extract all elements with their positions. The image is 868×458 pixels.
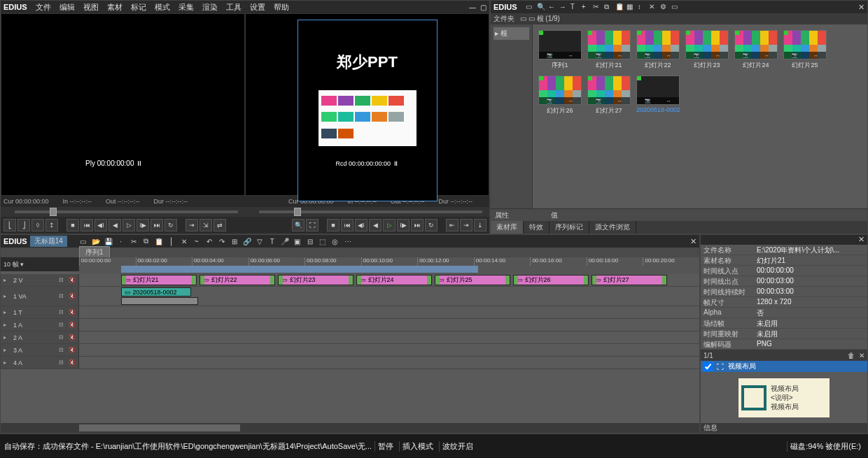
ins-mode-icon[interactable]: ⬚	[318, 236, 328, 246]
overwrite-button[interactable]: ⇲	[200, 219, 212, 231]
bin-clip[interactable]: 📷↔幻灯片23	[685, 30, 729, 70]
track-body[interactable]: ▭ 20200518-0002	[79, 287, 699, 306]
timeline-clip[interactable]: ▭ 幻灯片26	[513, 275, 589, 285]
bin-folder-tree[interactable]: ▸ 根	[491, 24, 533, 208]
fx-close-icon[interactable]: ✕	[859, 352, 864, 359]
view-icon[interactable]: ▦	[626, 3, 635, 11]
menu-view[interactable]: 视图	[83, 2, 99, 13]
fx-enable-checkbox[interactable]	[704, 362, 713, 371]
menu-clip[interactable]: 素材	[107, 2, 122, 13]
search-icon[interactable]: 🔍	[537, 3, 545, 11]
play-button[interactable]: ▷	[122, 219, 135, 231]
search-icon[interactable]: 🔍	[292, 219, 304, 231]
more-icon[interactable]: ⋯	[343, 236, 353, 246]
menu-mode[interactable]: 模式	[155, 2, 170, 13]
rec-rewind-button[interactable]: ⏮	[341, 219, 354, 231]
timeline-clip[interactable]: ▭ 幻灯片24	[356, 275, 432, 285]
bin-close-icon[interactable]: ✕	[858, 3, 864, 12]
menu-file[interactable]: 文件	[36, 2, 51, 13]
marker-add-icon[interactable]: ▽	[255, 236, 265, 246]
lift-icon[interactable]: ↥	[46, 219, 58, 231]
timeline-clip[interactable]: ▭ 幻灯片22	[200, 275, 275, 285]
title-icon[interactable]: T	[267, 236, 277, 246]
fx-card[interactable]: 视频布局 <说明> 视频布局	[738, 378, 830, 417]
track-header[interactable]: ▸1 VA⊟🔇	[1, 287, 79, 306]
export-button[interactable]: ⤓	[474, 219, 486, 231]
ripple-icon[interactable]: ~	[192, 236, 202, 246]
menu-tools[interactable]: 工具	[226, 2, 241, 13]
rec-step-back-button[interactable]: ◀I	[355, 219, 368, 231]
redo-icon[interactable]: ↷	[217, 236, 227, 246]
bin-tab[interactable]: 素材库	[491, 221, 524, 234]
menu-render[interactable]: 渲染	[202, 2, 218, 13]
add-icon[interactable]: +	[582, 3, 590, 11]
insert-button[interactable]: ⇥	[186, 219, 198, 231]
text-icon[interactable]: T	[570, 3, 579, 11]
folder-icon[interactable]: ▭	[526, 3, 534, 11]
maximize-icon[interactable]: ▢	[480, 3, 486, 11]
rec-play-button[interactable]: ▷	[383, 219, 396, 231]
link-icon[interactable]: 🔗	[242, 236, 252, 246]
copy-icon[interactable]: ⧉	[141, 236, 151, 246]
track-header[interactable]: ▸4 A⊟🔇	[1, 357, 79, 368]
rewind-button[interactable]: ⏮	[80, 219, 93, 231]
track-header[interactable]: ▸2 V⊟🔇	[1, 274, 79, 286]
timeline-scrollbar[interactable]	[1, 423, 699, 433]
next-edit-button[interactable]: ⇥	[460, 219, 472, 231]
play-back-button[interactable]: ◀	[108, 219, 121, 231]
track-header[interactable]: ▸3 A⊟🔇	[1, 344, 79, 356]
props-icon[interactable]: ⚙	[660, 3, 668, 11]
menu-capture[interactable]: 采集	[178, 2, 194, 13]
track-header[interactable]: ▸1 A⊟🔇	[1, 319, 79, 331]
cut-icon[interactable]: ✂	[593, 3, 601, 11]
timeline-ruler[interactable]: 00:00:00:0000:00:02:0000:00:04:0000:00:0…	[79, 257, 699, 274]
info-close-icon[interactable]: ✕	[858, 235, 864, 245]
gear-icon[interactable]: ✕	[649, 3, 657, 11]
src-scrubber[interactable]	[1, 207, 245, 217]
record-monitor[interactable]: 郑少PPT Rcd 00:00:00:00:00 ⏸	[245, 13, 489, 196]
bin-tab[interactable]: 序列标记	[550, 221, 589, 234]
rec-scrubber[interactable]	[245, 207, 489, 217]
timeline-clip[interactable]: ▭ 幻灯片23	[278, 275, 354, 285]
arrow-right-icon[interactable]: →	[559, 3, 568, 11]
open-icon[interactable]: 📂	[91, 236, 101, 246]
track-body[interactable]	[79, 306, 699, 318]
bin-tab[interactable]: 特效	[524, 221, 550, 234]
arrow-left-icon[interactable]: ←	[548, 3, 556, 11]
bin-clip[interactable]: 📷↔幻灯片24	[734, 30, 778, 70]
bin-clip[interactable]: 📷↔20200518-0002	[636, 76, 680, 115]
bin-tab[interactable]: 源文件浏览	[589, 221, 636, 234]
track-header[interactable]: ▸2 A⊟🔇	[1, 331, 79, 343]
timeline-audio-clip[interactable]	[121, 297, 198, 305]
ffwd-button[interactable]: ⏭	[150, 219, 163, 231]
track-body[interactable]	[79, 344, 699, 356]
track-body[interactable]: ▭ 幻灯片21▭ 幻灯片22▭ 幻灯片23▭ 幻灯片24▭ 幻灯片25▭ 幻灯片…	[79, 274, 699, 286]
group-icon[interactable]: ⊞	[230, 236, 239, 246]
bin-clip[interactable]: 📷↔幻灯片22	[636, 30, 680, 70]
source-monitor[interactable]: Ply 00:00:00:00 ⏸	[1, 13, 245, 196]
replace-button[interactable]: ⇄	[214, 219, 226, 231]
sort-icon[interactable]: ↕	[638, 3, 646, 11]
timeline-clip[interactable]: ▭ 20200518-0002	[121, 287, 191, 296]
timeline-clip[interactable]: ▭ 幻灯片27	[592, 275, 667, 285]
rec-stop-button[interactable]: ■	[327, 219, 340, 231]
bin-clip[interactable]: 📷↔幻灯片26	[538, 76, 582, 115]
menu-help[interactable]: 帮助	[274, 2, 289, 13]
step-fwd-button[interactable]: I▶	[136, 219, 149, 231]
bin-clip[interactable]: 📷↔幻灯片27	[587, 76, 631, 115]
mark-icon[interactable]: ◊	[31, 219, 44, 231]
bin-clip[interactable]: 📷↔幻灯片21	[587, 30, 631, 70]
bin-clip[interactable]: 📷↔幻灯片25	[783, 30, 827, 70]
tl-close-icon[interactable]: ✕	[690, 237, 696, 246]
stop-button[interactable]: ■	[66, 219, 79, 231]
bin-clip[interactable]: 📷↔序列1	[538, 30, 582, 70]
bin-breadcrumb[interactable]: ▭ ▭ 根 (1/9)	[520, 14, 560, 24]
track-body[interactable]	[79, 319, 699, 331]
paste-icon[interactable]: 📋	[154, 236, 164, 246]
copy-icon[interactable]: ⧉	[604, 3, 612, 11]
rec-play-back-button[interactable]: ◀	[369, 219, 382, 231]
track-body[interactable]	[79, 357, 699, 368]
new-icon[interactable]: ▭	[78, 236, 88, 246]
timeline-clip[interactable]: ▭ 幻灯片25	[435, 275, 510, 285]
set-in-icon[interactable]: ⎣	[4, 219, 16, 231]
